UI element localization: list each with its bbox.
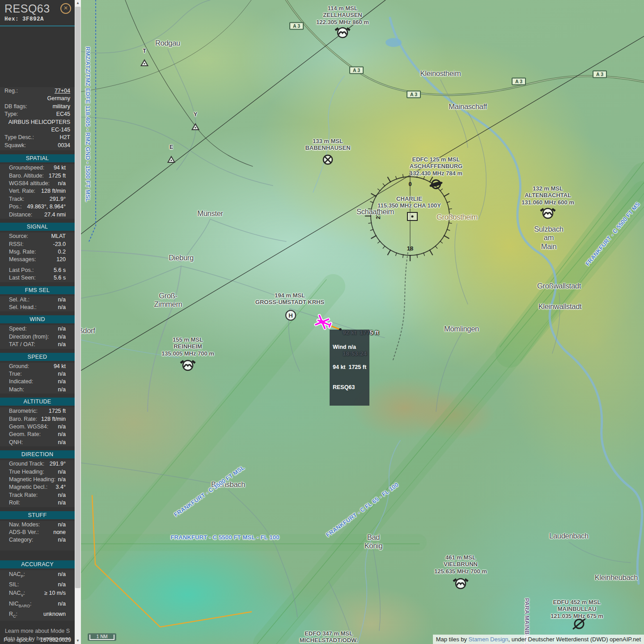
pos-epoch-label: Pos. epoch:: [4, 637, 33, 643]
field-value: 3.4°: [56, 483, 66, 491]
sidebar-scrollbar[interactable]: ▲ ▼: [75, 0, 81, 644]
info-row: Type:EC45: [0, 110, 75, 118]
field-row: Sel. Alt.:n/a: [4, 296, 70, 304]
hex-code: Hex: 3F892A: [0, 15, 75, 22]
field-label: Type Desc.:: [4, 134, 34, 141]
field-row: Sel. Head.:n/a: [4, 304, 70, 311]
field-label: WGS84 altitude:: [9, 180, 50, 187]
field-row: NICBARO:n/a: [4, 600, 70, 610]
section-rows: Barometric:1725 ftBaro. Rate:128 ft/minG…: [0, 407, 75, 446]
section-header-wind: WIND: [0, 315, 75, 323]
field-value: n/a: [58, 386, 66, 394]
map-scale-bar: 1 NM: [88, 633, 116, 641]
field-label: Direction (from):: [9, 333, 49, 341]
field-row: SIL:n/a: [4, 580, 70, 589]
field-row: Pos.:49.863°, 8.964°: [4, 203, 70, 211]
pos-epoch-value: 1678820029: [40, 637, 71, 643]
field-value: 94 kt: [54, 164, 66, 172]
field-row: Vert. Rate:128 ft/min: [4, 187, 70, 195]
field-label: Msg. Rate:: [9, 248, 36, 256]
field-value: unknown: [43, 610, 66, 621]
field-row: Baro. Altitude:1725 ft: [4, 172, 70, 180]
field-label: SIL:: [9, 580, 19, 589]
section-header-spatial: SPATIAL: [0, 154, 75, 162]
field-label: Last Pos.:: [9, 267, 34, 274]
field-label: Reg.:: [4, 87, 18, 95]
field-row: Direction (from):n/a: [4, 333, 70, 341]
field-row: NACV:≥ 10 m/s: [4, 589, 70, 600]
field-label: NACV:: [9, 589, 25, 600]
field-label: Messages:: [9, 256, 36, 263]
field-row: ADS-B Ver.:none: [4, 529, 70, 536]
scrollbar-down-arrow[interactable]: ▼: [75, 638, 81, 644]
field-label: Baro. Rate:: [9, 415, 37, 423]
field-row: Ground Track:291.9°: [4, 460, 70, 468]
field-label: DB flags:: [4, 103, 27, 110]
section-header-direction: DIRECTION: [0, 450, 75, 458]
field-value: 128 ft/min: [41, 415, 66, 423]
scrollbar-thumb[interactable]: [75, 7, 80, 588]
field-label: NICBARO:: [9, 600, 32, 610]
data-sections: SPATIALGroundspeed:94 ktBaro. Altitude:1…: [0, 154, 75, 621]
field-row: Geom. WGS84:n/a: [4, 423, 70, 431]
field-label: True Heading:: [9, 468, 44, 476]
section-rows: Nav. Modes:n/aADS-B Ver.:noneCategory:n/…: [0, 521, 75, 551]
field-value: none: [53, 529, 66, 536]
info-row: AIRBUS HELICOPTERS EC-145: [0, 119, 75, 134]
field-row: Last Seen:5.6 s: [4, 274, 70, 282]
field-value: n/a: [58, 333, 66, 341]
field-value: 94 kt: [54, 363, 66, 370]
field-row: RSSI:-23.0: [4, 241, 70, 248]
scale-label: 1 NM: [88, 634, 116, 639]
field-label: Last Seen:: [9, 274, 36, 282]
field-label: Sel. Alt.:: [9, 296, 30, 304]
field-label: QNH:: [9, 439, 23, 446]
registration-info: Reg.:77+04GermanyDB flags:militaryType:E…: [0, 87, 75, 150]
field-value: military: [52, 103, 70, 110]
field-value: n/a: [58, 423, 66, 431]
field-row: Barometric:1725 ft: [4, 407, 70, 415]
field-row: Magnetic Decl.:3.4°: [4, 483, 70, 491]
section-header-speed: SPEED: [0, 353, 75, 361]
field-row: True:n/a: [4, 370, 70, 378]
field-label: Speed:: [9, 325, 27, 333]
field-value: n/a: [58, 521, 66, 529]
field-value: 27.4 nmi: [44, 211, 66, 219]
field-row: True Heading:n/a: [4, 468, 70, 476]
info-row: Germany: [0, 95, 75, 102]
field-value: n/a: [58, 468, 66, 476]
section-header-stuff: STUFF: [0, 511, 75, 519]
field-value: n/a: [58, 439, 66, 446]
field-label: Magnetic Heading:: [9, 476, 55, 483]
field-label: Source:: [9, 233, 28, 240]
registration-link[interactable]: 77+04: [55, 87, 70, 95]
scrollbar-up-arrow[interactable]: ▲: [75, 0, 81, 6]
hex-value: 3F892A: [22, 16, 44, 22]
field-label: Roll:: [9, 499, 20, 507]
field-row: Messages:120: [4, 256, 70, 263]
field-value: 291.9°: [50, 195, 66, 203]
info-row: Type Desc.:H2T: [0, 134, 75, 141]
field-label: Geom. Rate:: [9, 431, 41, 438]
close-icon[interactable]: ✕: [60, 3, 71, 14]
field-label: ADS-B Ver.:: [9, 529, 39, 536]
map-attribution: Map tiles by Stamen Design, under Deutsc…: [433, 635, 644, 644]
tooltip-callsign: RESQ63: [333, 384, 366, 391]
stamen-design-link[interactable]: Stamen Design: [469, 636, 508, 643]
field-row: Baro. Rate:128 ft/min: [4, 415, 70, 423]
section-header-altitude: ALTITUDE: [0, 398, 75, 406]
map[interactable]: 01827 H: [81, 0, 644, 644]
field-value: AIRBUS HELICOPTERS EC-145: [8, 119, 70, 133]
field-row: Ground:94 kt: [4, 363, 70, 370]
field-label: True:: [9, 370, 22, 378]
field-value: Germany: [47, 95, 70, 102]
field-label: Geom. WGS84:: [9, 423, 48, 431]
section-rows: Ground Track:291.9°True Heading:n/aMagne…: [0, 460, 75, 507]
field-row: Groundspeed:94 kt: [4, 164, 70, 172]
field-row: Track Rate:n/a: [4, 491, 70, 499]
attribution-prefix: Map tiles by: [436, 636, 469, 643]
section-rows: Speed:n/aDirection (from):n/aTAT / OAT:n…: [0, 325, 75, 348]
aircraft-overlay-layer: 92 kt 1775 ft 18:53:24 Wind n/a 94 kt 17…: [81, 0, 644, 644]
field-row: Geom. Rate:n/a: [4, 431, 70, 438]
field-row: Speed:n/a: [4, 325, 70, 333]
